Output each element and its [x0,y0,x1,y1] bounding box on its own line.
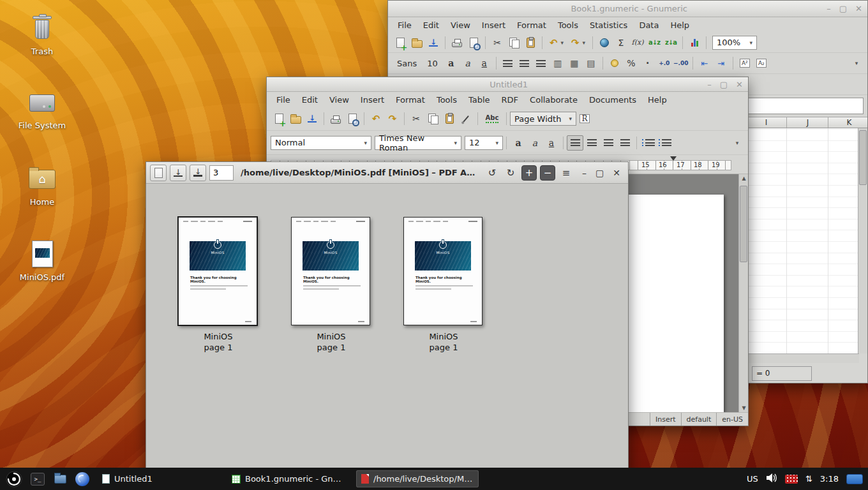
sort-descending-button[interactable]: z↓a [662,35,679,50]
desktop-icon-file-system[interactable]: File System [14,87,70,130]
copy-button[interactable] [424,111,441,126]
align-center-button[interactable] [516,56,533,71]
open-button[interactable] [287,111,304,126]
function-button[interactable]: f(x) [629,35,646,50]
start-menu-button[interactable] [5,470,23,488]
save-pdf-button[interactable]: ↓ [190,165,206,181]
pdf-page-thumbnail[interactable]: MiniOS Thank you for choosing MiniOS. Mi… [178,217,258,353]
align-center-button[interactable] [583,135,600,151]
pdf-page-preview[interactable]: MiniOS Thank you for choosing MiniOS. [291,217,370,325]
maximize-button[interactable]: ▢ [720,80,728,89]
vertical-scrollbar[interactable] [858,128,867,353]
zoom-in-button[interactable]: + [521,165,537,181]
underline-button[interactable]: a [476,56,493,71]
italic-button[interactable]: a [527,135,543,151]
zoom-combo[interactable]: 100% ▾ [712,36,757,50]
spellcheck-button[interactable]: Abc [481,111,503,126]
pdf-page-preview[interactable]: MiniOS Thank you for choosing MiniOS. [403,217,483,325]
font-name-combo[interactable]: Sans [392,59,422,68]
superscript-button[interactable]: A² [737,56,753,71]
menu-file[interactable]: File [392,20,417,30]
desktop-icon-trash[interactable]: Trash [14,13,70,56]
menu-insert[interactable]: Insert [476,20,511,30]
zoom-mode-combo[interactable]: Page Width ▾ [510,112,576,126]
bullet-list-button[interactable] [657,135,673,151]
font-size-combo[interactable]: 10 [422,59,443,68]
ruler-indent-marker[interactable] [670,156,677,161]
column-header[interactable]: I [745,117,787,129]
minimize-button[interactable]: – [707,80,712,89]
menu-tools[interactable]: Tools [552,20,584,30]
paste-button[interactable] [522,35,539,50]
close-button[interactable]: ✕ [736,80,743,89]
vertical-scrollbar[interactable]: ▲ ▼ [738,174,748,412]
center-across-button[interactable]: ▥ [550,56,566,71]
menu-statistics[interactable]: Statistics [584,20,633,30]
taskbar-item-pdf-arranger[interactable]: /home/live/Desktop/Mini... [356,470,479,487]
scrollbar-thumb[interactable] [740,186,747,262]
subscript-button[interactable]: A₂ [753,56,770,71]
menu-documents[interactable]: Documents [583,95,642,105]
menu-view[interactable]: View [445,20,476,30]
copy-button[interactable] [505,35,522,50]
format-toolbar-overflow-button[interactable]: ▾ [847,56,864,71]
import-pdf-button[interactable]: ↓ [170,165,186,181]
menu-file[interactable]: File [271,95,296,105]
desktop-icon-minios-pdf[interactable]: MiniOS.pdf [14,239,70,282]
paragraph-style-combo[interactable]: Normal ▾ [271,136,371,150]
main-menu-button[interactable]: ≡ [558,165,574,181]
font-size-combo[interactable]: 12 ▾ [465,136,503,150]
menu-tools[interactable]: Tools [431,95,463,105]
pdf-page-thumbnail[interactable]: MiniOS Thank you for choosing MiniOS. Mi… [291,217,371,353]
format-thousands-button[interactable]: · [640,56,656,71]
print-preview-button[interactable] [465,35,482,50]
page-style-indicator[interactable]: default [681,413,717,426]
redo-button[interactable]: ↷ [384,111,401,126]
menu-format[interactable]: Format [511,20,552,30]
cut-button[interactable]: ✂ [489,35,505,50]
terminal-launcher[interactable]: >_ [30,471,45,487]
decrease-indent-button[interactable]: ⇤ [696,56,713,71]
menu-help[interactable]: Help [642,95,673,105]
maximize-button[interactable]: ▢ [595,168,604,178]
menu-edit[interactable]: Edit [417,20,445,30]
format-toolbar-overflow-button[interactable]: ▾ [728,135,744,151]
menu-rdf[interactable]: RDF [496,95,525,105]
format-painter-button[interactable] [458,111,474,126]
gnumeric-titlebar[interactable]: Book1.gnumeric - Gnumeric – ▢ ✕ [388,1,867,17]
undo-button[interactable]: ↶▾ [546,35,567,50]
bold-button[interactable]: a [510,135,527,151]
paste-button[interactable] [441,111,458,126]
decrease-decimals-button[interactable]: −.00 [673,56,689,71]
print-button[interactable] [327,111,344,126]
clock[interactable]: 3:18 [820,474,839,484]
file-manager-launcher[interactable] [52,471,68,487]
close-button[interactable]: ✕ [855,4,862,13]
zoom-out-button[interactable]: − [540,165,555,181]
page-view-button[interactable] [150,165,167,181]
volume-icon[interactable] [766,473,777,485]
menu-format[interactable]: Format [390,95,431,105]
align-right-button[interactable] [600,135,617,151]
menu-collaborate[interactable]: Collaborate [524,95,583,105]
new-file-button[interactable] [392,35,408,50]
open-button[interactable] [408,35,425,50]
updown-arrows-icon[interactable]: ⇅ [805,474,812,484]
increase-indent-button[interactable]: ⇥ [713,56,730,71]
language-indicator[interactable]: en-US [716,413,748,426]
pdf-page-thumbnail[interactable]: MiniOS Thank you for choosing MiniOS. Mi… [403,217,484,353]
numbered-list-button[interactable] [640,135,657,151]
minimize-button[interactable]: – [582,168,587,178]
menu-insert[interactable]: Insert [355,95,390,105]
align-left-button[interactable] [500,56,516,71]
minimize-button[interactable]: – [827,4,831,13]
sort-ascending-button[interactable]: a↓z [646,35,662,50]
column-header[interactable]: J [787,117,828,129]
align-left-button[interactable] [567,135,583,151]
underline-button[interactable]: a [543,135,560,151]
increase-decimals-button[interactable]: +.0 [656,56,673,71]
format-money-button[interactable] [606,56,623,71]
insert-chart-button[interactable] [686,35,703,50]
scroll-up-icon[interactable]: ▲ [739,175,748,181]
italic-button[interactable]: a [460,56,476,71]
